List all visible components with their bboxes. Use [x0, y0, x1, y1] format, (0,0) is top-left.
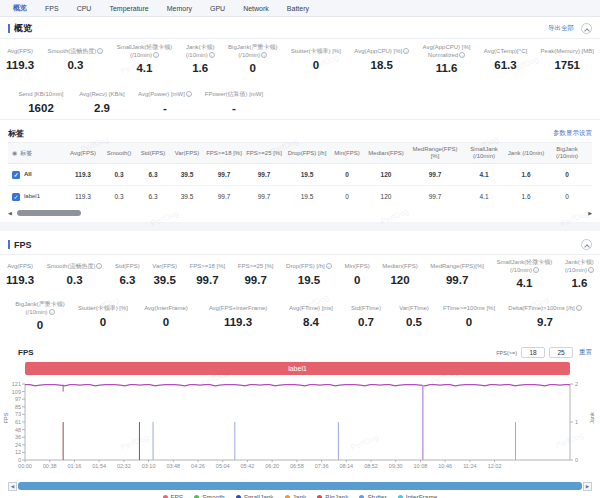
info-icon[interactable]: i: [153, 52, 159, 58]
nav-tab-Battery[interactable]: Battery: [278, 5, 318, 12]
axis-tick-label: 97: [1, 396, 21, 402]
export-all-link[interactable]: 导出全部: [548, 24, 574, 33]
stat-label: FPS>=25 [%]: [238, 259, 274, 271]
stat-stutter: Stutter(卡顿率) [%]0: [70, 301, 136, 331]
stat-label-text: Min(FPS): [344, 263, 369, 269]
overview-stats-row2: Send [KB/10min]1602Avg(Recv) [KB/s]2.9Av…: [10, 87, 410, 114]
stat-label: Peak(Memory) [MB]: [541, 44, 594, 56]
legend-item-InterFrame[interactable]: InterFrame: [398, 494, 438, 498]
stat-label: Avg(FTime) [ms]: [280, 301, 342, 313]
stat-send: Send [KB/10min]1602: [10, 87, 72, 114]
legend-item-Jank[interactable]: Jank: [285, 494, 307, 498]
stat-label-text: BigJank(严重卡顿): [228, 44, 277, 50]
info-icon[interactable]: i: [261, 52, 267, 58]
stat-label: BigJank(严重卡顿)(/10min)i: [228, 44, 277, 59]
x-axis-tick-label: 06:20: [262, 463, 282, 469]
legend-dot: [285, 495, 290, 498]
nav-tab-Network[interactable]: Network: [234, 5, 278, 12]
column-header-6: FPS>=25 [%]: [244, 150, 284, 157]
nav-tab-Memory[interactable]: Memory: [158, 5, 201, 12]
column-header-1: Avg(FPS): [64, 150, 102, 157]
stat-value: 39.5: [152, 274, 177, 286]
row-value-cell: 99.7: [408, 171, 462, 178]
stat-label-text: Send [KB/10min]: [18, 91, 63, 97]
scroll-left-icon[interactable]: ◀: [8, 210, 12, 216]
axis-tick-label: 2: [575, 381, 578, 387]
param-display-settings-link[interactable]: 参数显示设置: [553, 129, 592, 138]
stat-label-text: SmallJank(轻微卡顿): [117, 44, 173, 50]
chart-scroll-right-icon[interactable]: ▶: [583, 482, 592, 491]
legend-item-Smooth[interactable]: Smooth: [194, 494, 224, 498]
fps-threshold-input-1[interactable]: [521, 347, 545, 358]
info-icon[interactable]: i: [186, 91, 192, 97]
stat-value: 0: [228, 62, 277, 74]
legend-item-Stutter[interactable]: Stutter: [359, 494, 386, 498]
row-checkbox[interactable]: ✓: [12, 171, 20, 179]
info-icon[interactable]: i: [588, 267, 594, 273]
reset-link[interactable]: 重置: [579, 348, 592, 357]
x-axis-tick-label: 00:00: [15, 463, 35, 469]
info-icon[interactable]: i: [97, 48, 103, 54]
stat-value: 0.3: [47, 274, 103, 286]
fps-threshold-input-2[interactable]: [549, 347, 573, 358]
table-row-All[interactable]: ✓All119.30.36.339.599.799.719.5012099.74…: [8, 164, 592, 186]
divider: [0, 38, 600, 39]
chart-scrollbar-thumb[interactable]: [18, 482, 582, 490]
stat-label: Var(FPS): [152, 259, 177, 271]
visibility-eye-icon[interactable]: ◉: [12, 150, 17, 157]
legend-item-SmallJank[interactable]: SmallJank: [236, 494, 274, 498]
legend-dot: [236, 495, 241, 498]
fps-collapse-button[interactable]: [581, 239, 592, 250]
info-icon[interactable]: i: [326, 263, 332, 269]
x-axis-tick-label: 10:08: [410, 463, 430, 469]
tags-table: ◉标签Avg(FPS)Smooth()Std(FPS)Var(FPS)FPS>=…: [8, 142, 592, 205]
row-value-cell: 1.6: [506, 193, 546, 200]
scroll-right-icon[interactable]: ▶: [588, 210, 592, 216]
fps-chart[interactable]: [0, 378, 600, 473]
stat-label-text: Avg(InterFrame): [144, 305, 188, 311]
legend-label: BigJank: [325, 494, 348, 498]
info-icon[interactable]: i: [459, 52, 465, 58]
stat-value: 119.3: [6, 59, 34, 71]
info-icon[interactable]: i: [533, 267, 539, 273]
stat-avg-recv: Avg(Recv) [KB/s]2.9: [72, 87, 132, 114]
info-icon[interactable]: i: [49, 309, 55, 315]
stat-label-text: Peak(Memory) [MB]: [541, 48, 594, 54]
nav-tab-CPU[interactable]: CPU: [68, 5, 101, 12]
chart-scroll-left-icon[interactable]: ◀: [8, 482, 17, 491]
row-checkbox[interactable]: ✓: [12, 193, 20, 201]
chart-label-banner[interactable]: label1: [25, 362, 570, 375]
row-value-cell: 119.3: [64, 171, 102, 178]
stat-value: 119.3: [6, 274, 34, 286]
stat-label: Send [KB/10min]: [10, 87, 72, 99]
legend-item-BigJank[interactable]: BigJank: [317, 494, 348, 498]
fps-stats-row2: BigJank(严重卡顿)(/10min)i0Stutter(卡顿率) [%]0…: [10, 301, 598, 331]
axis-tick-label: 85: [1, 404, 21, 410]
stat-label-text: FPower(估算值) [mW]: [205, 91, 263, 97]
nav-tab-GPU[interactable]: GPU: [201, 5, 234, 12]
stat-label: Smooth(流畅热度)i: [48, 44, 104, 56]
stat-label-sub: (/10min)i: [117, 52, 173, 60]
nav-tab-概览[interactable]: 概览: [4, 3, 36, 13]
nav-tab-Temperature[interactable]: Temperature: [100, 5, 157, 12]
stat-smalljank: SmallJank(轻微卡顿)(/10min)i4.1: [497, 259, 553, 289]
row-value-cell: 4.1: [462, 171, 506, 178]
table-row-label1[interactable]: ✓label1119.30.36.339.599.799.719.5012099…: [8, 186, 592, 205]
stat-label: Avg(FPS): [6, 259, 34, 271]
stat-value: 0: [10, 319, 70, 331]
stat-avg-appcpu-normalized: Avg(AppCPU) [%]Normalizedi11.6: [423, 44, 471, 74]
overview-collapse-button[interactable]: [581, 23, 592, 34]
info-icon[interactable]: i: [96, 263, 102, 269]
x-axis-tick-label: 01:54: [89, 463, 109, 469]
info-icon[interactable]: i: [403, 48, 409, 54]
info-icon[interactable]: i: [209, 52, 215, 58]
stat-label: Std(FTime): [342, 301, 390, 313]
legend-dot: [359, 495, 364, 498]
stat-label-text: Std(FTime): [351, 305, 381, 311]
stat-std-ftime: Std(FTime)0.7: [342, 301, 390, 331]
nav-tab-FPS[interactable]: FPS: [36, 5, 68, 12]
tags-scrollbar-thumb[interactable]: [17, 210, 81, 216]
legend-item-FPS[interactable]: FPS: [163, 494, 184, 498]
info-icon[interactable]: i: [576, 305, 582, 311]
stat-label-text: Avg(AppCPU) [%]: [354, 48, 402, 54]
